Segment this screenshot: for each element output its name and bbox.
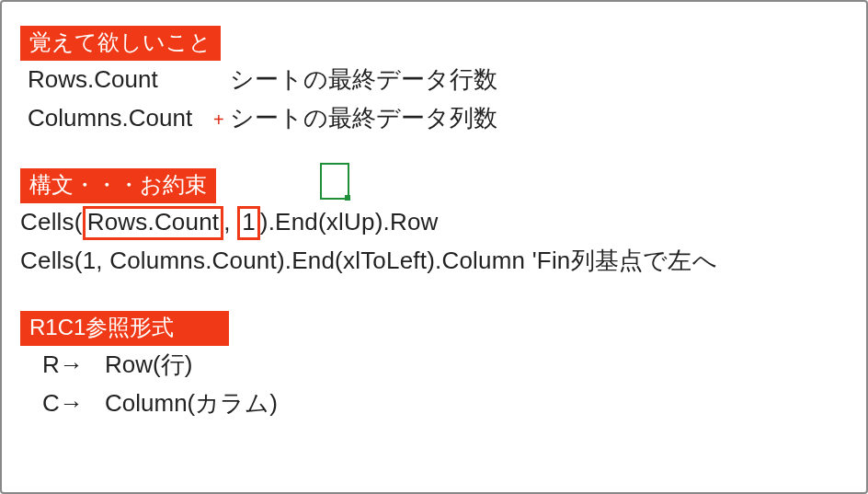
r-desc: Row(行) xyxy=(105,346,192,385)
r1c1-row: R→ Row(行) xyxy=(42,346,866,385)
desc-rows-count-wrap: シートの最終データ行数 xyxy=(230,61,497,99)
heading-r1c1: R1C1参照形式 xyxy=(20,311,229,346)
section-syntax: 構文・・・お約束 Cells(Rows.Count, 1).End(xlUp).… xyxy=(2,168,866,280)
plus-icon: + xyxy=(213,105,224,134)
boxed-one: 1 xyxy=(237,206,260,240)
r-arrow: R→ xyxy=(42,346,105,385)
desc-columns-count-wrap: + シートの最終データ列数 xyxy=(230,99,497,138)
term-columns-count: Columns.Count xyxy=(28,99,230,138)
desc-columns-count: シートの最終データ列数 xyxy=(230,104,497,132)
syntax-line-1: Cells(Rows.Count, 1).End(xlUp).Row xyxy=(20,203,866,242)
c-desc: Column(カラム) xyxy=(105,385,278,423)
boxed-rows-count: Rows.Count xyxy=(83,206,224,240)
syntax-line-2: Cells(1, Columns.Count).End(xlToLeft).Co… xyxy=(20,242,866,281)
code-mid: , xyxy=(223,208,237,236)
remember-row: Rows.Count シートの最終データ行数 xyxy=(28,61,866,99)
remember-row: Columns.Count + シートの最終データ列数 xyxy=(28,99,866,138)
code-prefix: Cells( xyxy=(20,208,83,236)
heading-remember: 覚えて欲しいこと xyxy=(20,26,221,61)
desc-rows-count: シートの最終データ行数 xyxy=(230,65,497,93)
excel-cell-cursor-icon xyxy=(320,163,349,200)
r1c1-row: C→ Column(カラム) xyxy=(42,385,866,423)
code-suffix: ).End(xlUp).Row xyxy=(260,208,439,236)
heading-syntax: 構文・・・お約束 xyxy=(20,168,216,203)
section-r1c1: R1C1参照形式 R→ Row(行) C→ Column(カラム) xyxy=(2,311,866,422)
term-rows-count: Rows.Count xyxy=(28,61,230,99)
section-remember: 覚えて欲しいこと Rows.Count シートの最終データ行数 Columns.… xyxy=(2,26,866,137)
c-arrow: C→ xyxy=(42,385,105,423)
